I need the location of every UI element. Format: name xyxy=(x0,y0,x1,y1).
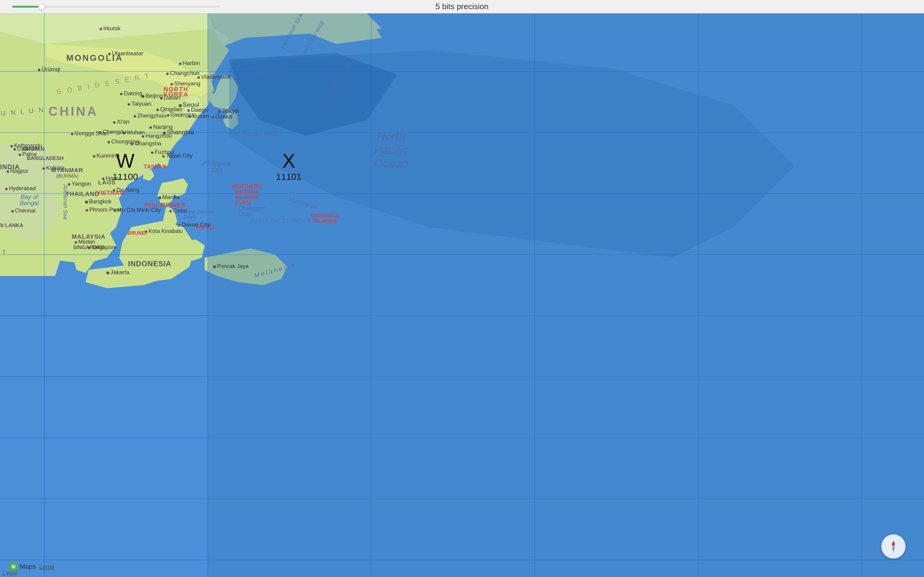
svg-point-72 xyxy=(171,83,173,85)
svg-point-76 xyxy=(38,69,40,71)
svg-point-100 xyxy=(134,115,136,118)
svg-point-136 xyxy=(7,170,9,173)
svg-point-86 xyxy=(157,109,159,111)
svg-point-160 xyxy=(74,241,77,243)
svg-text:Singapore: Singapore xyxy=(91,244,116,250)
svg-text:Datong: Datong xyxy=(124,90,142,97)
svg-point-94 xyxy=(189,115,191,118)
svg-point-118 xyxy=(71,133,73,135)
svg-text:Hyderabad: Hyderabad xyxy=(9,185,36,192)
svg-text:N: N xyxy=(892,542,895,546)
svg-text:• Vityaz Depth: • Vityaz Depth xyxy=(254,69,288,75)
svg-text:Ürümqi: Ürümqi xyxy=(42,66,60,73)
svg-text:Challenger: Challenger xyxy=(238,205,265,211)
svg-text:Medan: Medan xyxy=(78,239,95,245)
svg-text:TAIWAN: TAIWAN xyxy=(144,164,167,170)
svg-point-156 xyxy=(68,183,70,185)
svg-text:Kolkata: Kolkata xyxy=(46,165,65,171)
svg-point-92 xyxy=(167,114,169,117)
svg-text:Taipei City: Taipei City xyxy=(166,152,193,159)
svg-text:GUAM: GUAM xyxy=(235,200,251,205)
svg-point-166 xyxy=(213,265,216,268)
marker-x-code: 11101 xyxy=(276,172,301,182)
svg-text:(BURMA): (BURMA) xyxy=(56,173,79,179)
svg-point-124 xyxy=(93,155,95,158)
svg-point-116 xyxy=(131,143,134,145)
svg-text:NORTHERN: NORTHERN xyxy=(232,184,262,189)
svg-text:CHINA: CHINA xyxy=(48,104,99,118)
svg-point-130 xyxy=(10,145,13,147)
svg-text:Puncak Jaya: Puncak Jaya xyxy=(217,263,249,269)
svg-point-96 xyxy=(218,110,221,113)
svg-text:INDONESIA: INDONESIA xyxy=(128,259,171,268)
svg-text:Kunming: Kunming xyxy=(97,152,120,159)
svg-point-66 xyxy=(108,53,111,55)
svg-point-142 xyxy=(114,210,116,212)
svg-point-146 xyxy=(11,210,14,213)
map-container: W 11100 X 11101 MONGOLIA CHINA NORTH KOR… xyxy=(0,13,924,577)
svg-point-150 xyxy=(158,196,162,199)
svg-point-78 xyxy=(120,93,123,95)
top-bar: 5 bits precision xyxy=(0,0,924,13)
svg-text:Patna: Patna xyxy=(22,151,37,157)
svg-text:Wuhan: Wuhan xyxy=(126,129,145,135)
svg-text:Manila: Manila xyxy=(162,194,179,200)
svg-point-80 xyxy=(142,95,145,98)
svg-point-148 xyxy=(5,188,8,190)
svg-point-154 xyxy=(178,224,180,227)
svg-point-114 xyxy=(108,141,110,143)
svg-text:Cape Johnson: Cape Johnson xyxy=(183,209,215,214)
svg-text:Andaman Sea: Andaman Sea xyxy=(62,184,68,219)
svg-point-162 xyxy=(88,247,90,249)
legal-link[interactable]: Legal xyxy=(39,563,54,570)
svg-point-164 xyxy=(106,271,109,274)
svg-text:M: M xyxy=(11,564,15,569)
maps-logo: M Maps xyxy=(9,562,36,571)
svg-text:Zhengzhou: Zhengzhou xyxy=(137,112,166,119)
svg-point-138 xyxy=(85,201,88,204)
svg-text:Chennai: Chennai xyxy=(15,208,36,214)
svg-text:Lucknow: Lucknow xyxy=(17,146,39,152)
svg-point-102 xyxy=(113,121,115,124)
compass[interactable]: N xyxy=(881,534,906,559)
svg-text:Vladivostok: Vladivostok xyxy=(201,74,231,80)
svg-text:Osaka: Osaka xyxy=(215,113,232,120)
svg-text:Busan: Busan xyxy=(192,113,209,119)
maps-brand: M Maps Legal xyxy=(9,562,54,571)
svg-text:Davao City: Davao City xyxy=(181,221,210,228)
svg-point-104 xyxy=(149,126,152,129)
svg-marker-171 xyxy=(892,546,895,553)
svg-point-70 xyxy=(166,73,169,75)
svg-text:• Ramapo Deep: • Ramapo Deep xyxy=(238,130,277,136)
svg-point-82 xyxy=(160,97,163,100)
svg-text:SRI LANKA: SRI LANKA xyxy=(0,222,23,228)
svg-text:Ocean: Ocean xyxy=(374,157,408,170)
svg-text:Changsha: Changsha xyxy=(135,140,162,147)
svg-text:Kota Kinabalu: Kota Kinabalu xyxy=(149,228,183,234)
svg-point-64 xyxy=(100,28,102,30)
svg-point-126 xyxy=(102,178,105,180)
svg-text:Bengal: Bengal xyxy=(20,200,39,206)
svg-point-84 xyxy=(128,103,130,106)
svg-text:Da Nang: Da Nang xyxy=(116,187,139,193)
svg-text:Irkutsk: Irkutsk xyxy=(103,25,120,31)
svg-text:Nagpur: Nagpur xyxy=(10,168,28,174)
svg-text:Taiyuan: Taiyuan xyxy=(131,100,152,107)
svg-text:MARIANA: MARIANA xyxy=(235,189,259,195)
svg-point-120 xyxy=(151,152,153,154)
svg-text:Yangon: Yangon xyxy=(71,181,91,187)
svg-text:Pacific: Pacific xyxy=(374,143,408,156)
svg-point-140 xyxy=(86,209,88,211)
svg-text:Hanoi: Hanoi xyxy=(106,175,121,181)
maps-app-label: Maps xyxy=(19,562,36,571)
svg-text:Bangkok: Bangkok xyxy=(89,198,111,205)
svg-point-122 xyxy=(162,155,165,158)
precision-slider[interactable] xyxy=(12,6,220,8)
svg-text:CAROLINE SEAMOUNTS: CAROLINE SEAMOUNTS xyxy=(250,218,319,224)
svg-text:Depth: Depth xyxy=(183,214,197,219)
svg-point-132 xyxy=(13,148,16,150)
svg-point-144 xyxy=(42,167,45,170)
svg-text:North: North xyxy=(377,130,405,143)
svg-text:Deep: Deep xyxy=(238,211,252,217)
svg-text:T: T xyxy=(2,250,5,255)
